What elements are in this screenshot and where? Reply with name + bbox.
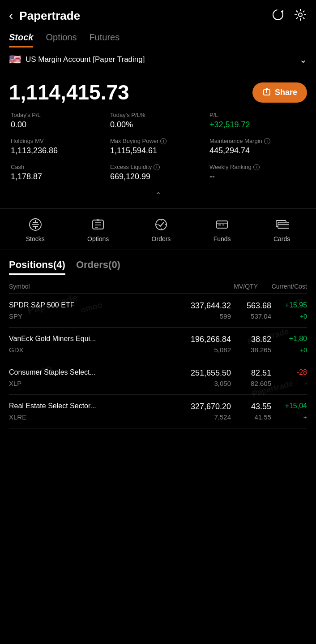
svg-line-9: [296, 17, 298, 19]
stat-label-pl: P/L: [209, 112, 305, 118]
stat-label-max-buying: Max Buying Power i: [110, 138, 206, 144]
portfolio-section: 1,114,415.73 Share Today's P/L 0.00 Toda…: [0, 72, 316, 209]
table-row[interactable]: Papertrade VanEck Gold Miners Equi... 19…: [9, 328, 307, 361]
pos-pnl-2: -28: [271, 368, 307, 376]
pos-current-2: 82.51: [231, 368, 271, 378]
stat-value-pl: +32,519.72: [209, 120, 305, 130]
pos-ticker-2: XLP: [9, 380, 177, 387]
positions-section: Positions(4) Orders(0) Symbol MV/QTY Cur…: [0, 250, 316, 428]
header-right: [271, 8, 307, 23]
stat-maintenance-margin: Maintenance Margin i 445,294.74: [208, 138, 307, 156]
pos-qty-0: 599: [177, 312, 231, 320]
col-right: MV/QTY Current/Cost: [204, 283, 307, 290]
nav-item-cards[interactable]: Cards: [273, 216, 290, 242]
nav-item-orders[interactable]: Orders: [152, 216, 171, 242]
stat-holdings-mv: Holdings MV 1,113,236.86: [9, 138, 108, 156]
chevron-down-icon[interactable]: ⌄: [299, 54, 307, 65]
stat-label-todays-pl-pct: Today's P/L%: [110, 112, 206, 118]
pos-name-0: SPDR S&P 500 ETF: [9, 301, 177, 309]
orders-icon: [153, 216, 169, 233]
account-bar[interactable]: 🇺🇸 US Margin Account [Paper Trading] ⌄: [0, 48, 316, 72]
pos-name-1: VanEck Gold Miners Equi...: [9, 335, 177, 343]
stat-todays-pl-pct: Today's P/L% 0.00%: [108, 112, 208, 130]
pos-pnl-sub-2: -: [271, 380, 307, 387]
pos-mv-2: 251,655.50: [177, 368, 231, 378]
stat-label-todays-pl: Today's P/L: [11, 112, 107, 118]
nav-item-options[interactable]: Options: [87, 216, 109, 242]
tab-positions[interactable]: Positions(4): [9, 259, 65, 275]
tab-options[interactable]: Options: [46, 32, 77, 48]
stat-value-max-buying: 1,115,594.61: [110, 146, 206, 156]
nav-label-cards: Cards: [273, 235, 290, 242]
pos-pnl-1: +1,80: [271, 335, 307, 343]
info-icon-weekly-rank[interactable]: i: [253, 164, 260, 170]
svg-rect-32: [278, 222, 289, 229]
pos-mv-0: 337,644.32: [177, 301, 231, 311]
bottom-nav: Stocks Options Ord: [0, 209, 316, 250]
pos-pnl-sub-3: +: [271, 414, 307, 421]
nav-label-orders: Orders: [152, 235, 171, 242]
stat-value-todays-pl-pct: 0.00%: [110, 120, 206, 130]
stats-grid: Today's P/L 0.00 Today's P/L% 0.00% P/L …: [9, 112, 307, 189]
pos-ticker-0: SPY: [9, 312, 177, 320]
info-icon-maint-margin[interactable]: i: [264, 138, 270, 144]
pos-current-1: 38.62: [231, 335, 271, 344]
nav-item-stocks[interactable]: Stocks: [26, 216, 45, 242]
table-row[interactable]: Papertrade omoo m SPDR S&P 500 ETF 337,6…: [9, 294, 307, 328]
tab-stock[interactable]: Stock: [9, 32, 33, 48]
refresh-icon[interactable]: [271, 8, 285, 23]
app-title: Papertrade: [19, 9, 80, 23]
stat-todays-pl: Today's P/L 0.00: [9, 112, 108, 130]
table-row[interactable]: moo Papertrade Consumer Staples Select..…: [9, 361, 307, 395]
pos-ticker-3: XLRE: [9, 413, 177, 421]
settings-icon[interactable]: [294, 8, 307, 23]
pos-cost-1: 38.265: [231, 346, 271, 354]
portfolio-row: 1,114,415.73 Share: [9, 80, 307, 104]
share-button[interactable]: Share: [252, 82, 307, 103]
positions-tabs: Positions(4) Orders(0): [9, 259, 307, 275]
stat-label-cash: Cash: [11, 164, 107, 170]
nav-label-options: Options: [87, 235, 109, 242]
pos-qty-3: 7,524: [177, 413, 231, 421]
stat-value-weekly-rank: --: [209, 172, 305, 182]
info-icon-excess-liq[interactable]: i: [154, 164, 160, 170]
stocks-icon: [27, 216, 43, 233]
stat-value-holdings-mv: 1,113,236.86: [11, 146, 107, 156]
account-info: 🇺🇸 US Margin Account [Paper Trading]: [9, 54, 145, 65]
svg-rect-27: [217, 221, 227, 228]
info-icon-max-buying[interactable]: i: [160, 138, 167, 144]
funds-icon: [214, 216, 230, 233]
pos-pnl-0: +15,95: [271, 301, 307, 309]
pos-mv-1: 196,266.84: [177, 335, 231, 344]
nav-item-funds[interactable]: Funds: [214, 216, 231, 242]
account-flag: 🇺🇸: [9, 54, 21, 65]
collapse-row: ⌃: [9, 189, 307, 204]
stat-value-excess-liq: 669,120.99: [110, 172, 206, 182]
portfolio-value: 1,114,415.73: [9, 80, 129, 104]
nav-label-stocks: Stocks: [26, 235, 45, 242]
pos-pnl-sub-0: +0: [271, 313, 307, 320]
pos-name-2: Consumer Staples Select...: [9, 368, 177, 376]
account-name: US Margin Account [Paper Trading]: [26, 55, 145, 64]
collapse-button[interactable]: ⌃: [155, 190, 162, 200]
nav-label-funds: Funds: [214, 235, 231, 242]
table-row[interactable]: Real Estate Select Sector... 327,670.20 …: [9, 395, 307, 428]
header: ‹ Papertrade: [0, 0, 316, 28]
svg-line-8: [303, 11, 305, 13]
tab-futures[interactable]: Futures: [89, 32, 120, 48]
tab-orders[interactable]: Orders(0): [76, 259, 120, 275]
pos-cost-3: 41.55: [231, 413, 271, 421]
svg-rect-18: [93, 220, 103, 229]
cards-icon: [274, 216, 290, 233]
pos-pnl-3: +15,04: [271, 402, 307, 410]
pos-qty-2: 3,050: [177, 380, 231, 387]
pos-cost-0: 537.04: [231, 312, 271, 320]
stat-excess-liquidity: Excess Liquidity i 669,120.99: [108, 164, 208, 182]
stat-value-maint-margin: 445,294.74: [209, 146, 305, 156]
stat-label-holdings-mv: Holdings MV: [11, 138, 107, 144]
col-mv-qty: MV/QTY: [204, 283, 258, 290]
stat-label-weekly-rank: Weekly Ranking i: [209, 164, 305, 170]
back-button[interactable]: ‹: [9, 9, 13, 23]
pos-mv-3: 327,670.20: [177, 402, 231, 411]
stat-cash: Cash 1,178.87: [9, 164, 108, 182]
